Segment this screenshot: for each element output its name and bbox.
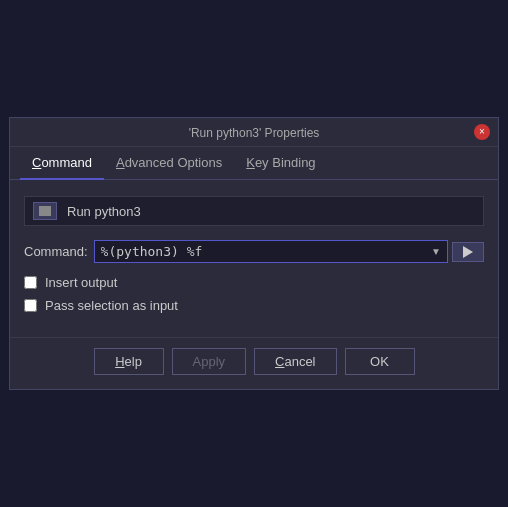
help-button[interactable]: Help <box>94 348 164 375</box>
dialog: 'Run python3' Properties × Command Advan… <box>9 117 499 390</box>
name-row: Run python3 <box>24 196 484 226</box>
close-button[interactable]: × <box>474 124 490 140</box>
command-input-wrapper: ▼ <box>94 240 448 263</box>
pass-selection-label[interactable]: Pass selection as input <box>45 298 178 313</box>
insert-output-row: Insert output <box>24 275 484 290</box>
tab-key-binding[interactable]: Key Binding <box>234 147 327 180</box>
run-button[interactable] <box>452 242 484 262</box>
tab-bar: Command Advanced Options Key Binding <box>10 147 498 180</box>
tab-content: Run python3 Command: ▼ Insert output Pas… <box>10 180 498 337</box>
command-icon-box <box>33 202 57 220</box>
tab-advanced-options[interactable]: Advanced Options <box>104 147 234 180</box>
tab-command[interactable]: Command <box>20 147 104 180</box>
command-row: Command: ▼ <box>24 240 484 263</box>
footer: Help Apply Cancel OK <box>10 337 498 389</box>
pass-selection-checkbox[interactable] <box>24 299 37 312</box>
cancel-button[interactable]: Cancel <box>254 348 336 375</box>
pass-selection-row: Pass selection as input <box>24 298 484 313</box>
insert-output-checkbox[interactable] <box>24 276 37 289</box>
command-dropdown-button[interactable]: ▼ <box>425 240 448 263</box>
command-icon <box>39 206 51 216</box>
command-input[interactable] <box>94 240 426 263</box>
apply-button[interactable]: Apply <box>172 348 247 375</box>
ok-button[interactable]: OK <box>345 348 415 375</box>
dialog-title: 'Run python3' Properties <box>189 126 320 140</box>
title-bar: 'Run python3' Properties × <box>10 118 498 147</box>
command-name: Run python3 <box>67 204 141 219</box>
insert-output-label[interactable]: Insert output <box>45 275 117 290</box>
command-label: Command: <box>24 244 88 259</box>
run-arrow-icon <box>463 246 473 258</box>
